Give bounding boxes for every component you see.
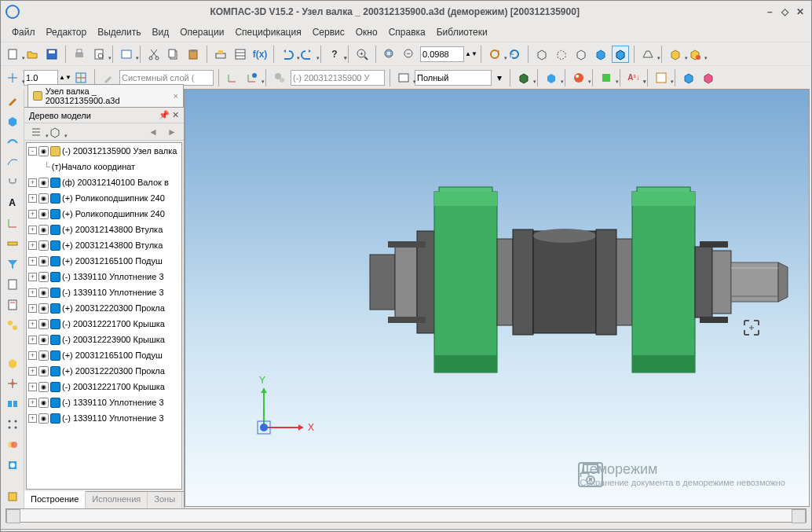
menu-select[interactable]: Выделить <box>94 25 144 39</box>
tool-array-icon[interactable] <box>4 416 21 433</box>
tree-row[interactable]: +◉(+) 200312143800 Втулка <box>27 222 181 237</box>
view-shaded-icon[interactable] <box>592 46 609 63</box>
box1-icon[interactable] <box>680 69 697 86</box>
tree-row[interactable]: +◉(+) Роликоподшипник 240 <box>27 190 181 206</box>
tool-addpart-icon[interactable] <box>4 354 21 372</box>
cut-button[interactable] <box>145 46 163 63</box>
tool-surface-icon[interactable] <box>4 133 21 150</box>
tool-clip-icon[interactable] <box>4 174 21 191</box>
expand-icon[interactable]: + <box>28 351 37 360</box>
step-input[interactable] <box>24 70 58 86</box>
visibility-icon[interactable]: ◉ <box>38 382 49 392</box>
perspective-button[interactable] <box>639 46 657 63</box>
minimize-button[interactable]: – <box>763 6 776 17</box>
expand-icon[interactable]: + <box>28 241 37 250</box>
view-wireframe-icon[interactable] <box>533 46 550 63</box>
tool-filter-icon[interactable] <box>4 255 21 273</box>
zoom-input[interactable] <box>420 46 464 62</box>
expand-icon[interactable]: + <box>28 398 37 407</box>
visibility-icon[interactable]: ◉ <box>38 146 49 156</box>
menu-edit[interactable]: Редактор <box>43 25 90 39</box>
file-tab[interactable]: Узел валка _ 200312135900.a3d × <box>27 84 184 107</box>
expand-icon[interactable]: + <box>28 320 37 328</box>
tool-hole-icon[interactable] <box>4 457 21 474</box>
view-hidden-icon[interactable] <box>553 46 570 63</box>
tree-row[interactable]: +◉(+) 200312220300 Прокла <box>27 363 181 379</box>
copy-button[interactable] <box>165 46 182 63</box>
visibility-icon[interactable]: ◉ <box>38 413 49 424</box>
menu-libs[interactable]: Библиотеки <box>433 25 491 39</box>
tree-row[interactable]: +◉(ф) 200312140100 Валок в <box>27 174 181 190</box>
display-select[interactable] <box>415 70 492 86</box>
menu-help[interactable]: Справка <box>386 25 429 39</box>
save-button[interactable] <box>43 46 60 63</box>
menu-service[interactable]: Сервис <box>309 25 348 39</box>
visibility-icon[interactable]: ◉ <box>38 256 49 266</box>
close-button[interactable]: ✕ <box>794 6 807 17</box>
tree-row[interactable]: -◉(-) 200312135900 Узел валка <box>27 143 181 159</box>
refresh-button[interactable] <box>506 46 523 63</box>
visibility-icon[interactable]: ◉ <box>38 350 49 361</box>
view-nohidden-icon[interactable] <box>572 46 590 63</box>
visibility-icon[interactable]: ◉ <box>38 240 49 251</box>
expand-icon[interactable]: + <box>28 210 37 218</box>
visibility-icon[interactable]: ◉ <box>38 335 49 345</box>
viewport-3d[interactable]: X Y Деморежим Сохранение документа в дем… <box>185 89 810 507</box>
tool-axis-icon[interactable] <box>4 215 21 232</box>
tree-view-icon[interactable] <box>27 123 45 141</box>
menu-operations[interactable]: Операции <box>177 25 227 39</box>
close-tab-icon[interactable]: × <box>174 91 178 101</box>
zoom-fit-button[interactable] <box>381 46 398 63</box>
visibility-icon[interactable]: ◉ <box>38 178 49 188</box>
tool-mate-icon[interactable] <box>4 395 21 413</box>
lcs-manage-icon[interactable] <box>243 69 261 86</box>
help-button[interactable]: ? <box>326 46 343 63</box>
menu-file[interactable]: Файл <box>9 25 38 39</box>
visibility-icon[interactable]: ◉ <box>38 272 49 282</box>
appearance-icon[interactable] <box>570 69 587 86</box>
expand-icon[interactable]: + <box>28 367 37 376</box>
tool-line3d-icon[interactable] <box>4 153 21 171</box>
expand-icon[interactable]: + <box>28 178 37 187</box>
tree-row[interactable]: +◉(+) 200312143800 Втулка <box>27 237 181 253</box>
zoom-step-buttons[interactable]: ▲▼ <box>466 46 476 63</box>
tool-measure-icon[interactable] <box>4 235 21 252</box>
variables-button[interactable]: f(x) <box>251 46 269 63</box>
tree-row[interactable]: +◉(-) 200312221700 Крышка <box>27 316 181 332</box>
layer-select[interactable] <box>119 70 214 86</box>
lcs-new-icon[interactable] <box>224 69 241 86</box>
new-doc-button[interactable] <box>4 46 21 63</box>
tool-move-icon[interactable] <box>4 375 21 392</box>
tree-filter-icon[interactable] <box>46 123 64 141</box>
visibility-icon[interactable]: ◉ <box>38 398 49 408</box>
section-icon[interactable] <box>515 69 532 86</box>
expand-icon[interactable]: + <box>28 226 37 234</box>
maximize-button[interactable]: ◇ <box>779 6 792 17</box>
orient-button[interactable] <box>667 46 684 63</box>
brush-icon[interactable] <box>100 69 117 86</box>
visibility-icon[interactable]: ◉ <box>38 225 49 235</box>
tree-row[interactable]: +◉(-) 200312221700 Крышка <box>27 379 181 394</box>
preview-button[interactable] <box>118 46 135 63</box>
tree-row[interactable]: +◉(-) 1339110 Уплотнение 3 <box>27 394 181 410</box>
tree-row[interactable]: +◉(+) Роликоподшипник 240 <box>27 206 181 222</box>
tool-bool-icon[interactable] <box>4 436 21 453</box>
tool-elements-icon[interactable] <box>4 317 21 334</box>
tree-back-icon[interactable]: ◄ <box>144 123 162 141</box>
ref-select[interactable] <box>291 70 385 86</box>
part-color-icon[interactable] <box>543 69 560 86</box>
annotation-icon[interactable]: A¹↓ <box>625 69 642 86</box>
tool-box-icon[interactable] <box>4 112 21 130</box>
expand-icon[interactable]: + <box>28 194 37 203</box>
display-mode-icon[interactable] <box>395 69 412 86</box>
open-button[interactable] <box>24 46 41 63</box>
expand-icon[interactable]: + <box>28 288 37 297</box>
tree-row[interactable]: +◉(-) 200312223900 Крышка <box>27 332 181 347</box>
expand-icon[interactable]: + <box>28 336 37 344</box>
newwin-icon[interactable] <box>653 69 670 86</box>
pin-icon[interactable]: 📌 ✕ <box>159 110 179 120</box>
print-button[interactable] <box>71 46 88 63</box>
tree-row[interactable]: +◉(+) 200312165100 Подуш <box>27 253 181 269</box>
expand-icon[interactable]: + <box>28 304 37 313</box>
tree-row[interactable]: +◉(+) 200312165100 Подуш <box>27 347 181 363</box>
